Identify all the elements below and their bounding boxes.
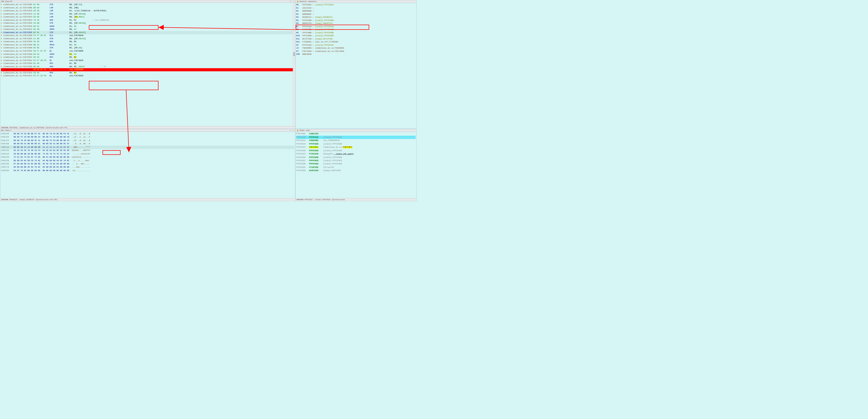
disasm-line[interactable]: ● libmetasec_ml.so:F357C9E2 20 46 MOV R0… — [1, 56, 294, 59]
disasm-line[interactable]: ● libmetasec_ml.so:F357C9C6 79 44 ADD R1… — [1, 19, 294, 22]
disasm-line[interactable]: ● libmetasec_ml.so:F357C9EA 0D A8 ADD R0… — [1, 65, 294, 68]
lock-icon: 🔒 — [297, 1, 299, 2]
disasm-line[interactable]: ● libmetasec_ml.so:F357C9BC 01 90 STR R0… — [1, 3, 294, 6]
hex-row[interactable]: C6AE270 04 00 00 00 48 65 7A AC 95 00 00… — [1, 166, 294, 169]
register-row[interactable]: R12 F725D5DC ↳ libc.so:off_F725D5DC — [296, 40, 415, 44]
disasm-line[interactable]: ● libmetasec_ml.so:F357C9C0 38 49 LDR R1… — [1, 9, 294, 12]
hex-row[interactable]: C6AE200 00 00 90 41 00 00 90 41 00 00 58… — [1, 142, 294, 145]
ida-window-controls[interactable]: □ ▫ × — [290, 1, 294, 2]
highlight-box-adds-mov — [89, 81, 158, 90]
hex-row[interactable]: C6AE250 80 8B 69 AC D0 F0 76 AC 04 00 00… — [1, 159, 294, 162]
stack-list[interactable]: FFFCFA0CC1B2C1E9FFFCFA10FFFCFA18[stack]:… — [296, 132, 416, 173]
register-row[interactable]: LR F35D66B3 ↳ libmetasec_ml.so:F35D66B3 — [296, 47, 415, 50]
hex-row[interactable]: C6AE1D0 00 00 76 43 00 00 FC 42 00 80 7A… — [1, 132, 294, 135]
register-row[interactable]: R0 FFFCFA54 ↳ [stack]:FFFCFA54 — [296, 3, 415, 6]
disasm-line[interactable]: ● libmetasec_ml.so:F357C9C4 E0 68 LDR R0… — [1, 15, 294, 19]
hex-title: Hex View-1 — [1, 129, 11, 131]
disasm-line[interactable]: ● libmetasec_ml.so:F357C9E0 04 34 ADDS R… — [1, 53, 294, 56]
stack-row[interactable]: FFFCFA14F35D66B3sub_F35D66A8+B — [296, 139, 415, 142]
disasm-line[interactable]: ● libmetasec_ml.so:F357C9C2 12 90 STR R0… — [1, 12, 294, 16]
register-row[interactable]: PSR 000F0030 — [296, 53, 415, 56]
regs-title-bar: 🔒 General registers — [296, 0, 416, 3]
hex-row[interactable]: C6AE1F0 00 80 7A 43 00 00 9C 41 00 00 76… — [1, 139, 294, 142]
disasm-line[interactable]: ● libmetasec_ml.so:F357C9E4 FC F7 20 F8 … — [1, 59, 294, 62]
register-row[interactable]: R6 AB5AF2F0 ↳ [heap]:AB5AF2F0 — [296, 22, 415, 25]
disasm-line[interactable]: ● libmetasec_ml.so:F357C9F2 FC F7 19 F8 … — [1, 74, 294, 77]
stack-row[interactable]: FFFCFA24F7261E40debug124:__stack_chk_gua… — [296, 152, 415, 156]
hex-dump[interactable]: C6AE1D0 00 00 76 43 00 00 FC 42 00 80 7A… — [0, 132, 295, 173]
register-row[interactable]: R3 00000002 ↳ — [296, 12, 415, 16]
stack-row[interactable]: FFFCFA10FFFCFA18[stack]:FFFCFA18 — [296, 136, 415, 139]
disasm-line[interactable]: ● libmetasec_ml.so:F357C9CC 04 30 ADDS R… — [1, 28, 294, 31]
disasm-line[interactable]: ● libmetasec_ml.so:F357C9D4 11 90 STR R0… — [1, 37, 294, 40]
disasm-line[interactable]: ● libmetasec_ml.so:F357C9D8 00 21 MOVS R… — [1, 43, 294, 47]
disasm-line[interactable]: ● libmetasec_ml.so:F357C9F0 20 46 MOV R0… — [1, 71, 294, 74]
registers-pane: 🔒 General registers R0 FFFCFA54 ↳ [stack… — [295, 0, 416, 129]
hex-row[interactable]: C6AE260 97 00 00 80 34 04 00 00 48 65 7A… — [1, 162, 294, 165]
ida-disassembly[interactable]: ● libmetasec_ml.so:F357C9BC 01 90 STR R0… — [0, 3, 295, 78]
register-row[interactable]: R1 22222232 ↳ — [296, 6, 415, 10]
stack-row[interactable]: FFFCFA1CF357C9F1libmetasec_ml.so:F357C9F… — [296, 146, 415, 149]
hex-row[interactable]: C6AE280 F0 6F 7A AC BA 00 00 00 00 00 00… — [1, 169, 294, 172]
register-row[interactable]: R5 FFFCFAD0 ↳ [stack]:FFFCFAD0 — [296, 19, 415, 22]
disasm-line[interactable]: ● libmetasec_ml.so:F357C9DA 02 95 STR R5… — [1, 46, 294, 50]
disasm-line[interactable]: ● libmetasec_ml.so:F357C9EC 59 F0 5C FE … — [1, 68, 294, 71]
stack-status-bar: UNKNOWN FFFCFA1C: [stack]:FFFCFA1C (Sync… — [296, 198, 416, 201]
disasm-line[interactable]: ● libmetasec_ml.so:F357C9BE 00 68 LDR R0… — [1, 6, 294, 10]
disasm-line[interactable]: ● libmetasec_ml.so:F357C9CA 08 31 ADDS R… — [1, 25, 294, 28]
hex-row[interactable]: C6AE210 00 00 40 41 23 00 00 00 11 11 11… — [1, 146, 294, 149]
stack-title-bar: 🔒 Stack view — [296, 129, 416, 132]
stack-row[interactable]: FFFCFA18FFFCFA88[stack]:FFFCFA88 — [296, 142, 415, 146]
hex-window-controls[interactable]: □ ▫ × — [290, 129, 294, 131]
regs-title: General registers — [300, 1, 317, 2]
ida-status-bar: UNKNOWN F357C9CE: libmetasec_ml.so:F357C… — [0, 126, 295, 129]
ida-view-pane: IDA View-PC □ ▫ × ● libmetasec_ml.so:F35… — [0, 0, 295, 129]
hex-row[interactable]: C6AE1E0 00 80 7C 43 00 00 00 43 00 00 7C… — [1, 135, 294, 138]
lock-icon: 🔒 — [297, 129, 299, 131]
stack-view-pane: 🔒 Stack view FFFCFA0CC1B2C1E9FFFCFA10FFF… — [295, 129, 416, 201]
registers-list[interactable]: R0 FFFCFA54 ↳ [stack]:FFFCFA54R1 2222223… — [296, 3, 416, 57]
stack-row[interactable]: FFFCFA0CC1B2C1E9 — [296, 132, 415, 135]
register-row[interactable]: R11 AC727F90 ↳ [heap]:AC727F90 — [296, 37, 415, 40]
hex-row[interactable]: C6AE240 72 61 6E 73 66 6F 72 6D 00 E1 00… — [1, 156, 294, 159]
stack-row[interactable]: FFFCFA28FFFCFAD0[stack]:FFFCFAD0 — [296, 156, 415, 159]
ida-title: IDA View-PC — [1, 0, 12, 2]
ida-title-bar: IDA View-PC □ ▫ × — [0, 0, 295, 3]
disasm-line[interactable]: ● libmetasec_ml.so:F357C9DC FB F7 FC FF … — [1, 50, 294, 53]
hex-view-pane: Hex View-1 □ ▫ × C6AE1D0 00 00 76 43 00 … — [0, 129, 295, 201]
register-row[interactable]: PC F357465A ↳ libmetasec_ml.so:F357465A — [296, 50, 415, 53]
register-row[interactable]: SP FFFCFA10 ↳ [stack]:FFFCFA10 — [296, 43, 415, 47]
disasm-line[interactable]: ● libmetasec_ml.so:F357C9C8 10 90 STR R0… — [1, 22, 294, 25]
disasm-line[interactable]: ● libmetasec_ml.so:F357C9D6 28 46 MOV R0… — [1, 40, 294, 43]
disasm-line[interactable]: ● libmetasec_ml.so:F357C9E8 01 46 MOV R1… — [1, 62, 294, 65]
stack-row[interactable]: FFFCFA20FFFCFA60[stack]:FFFCFA60 — [296, 149, 415, 152]
stack-row[interactable]: FFFCFA38AC6F2628[heap]:AC6F2628 — [296, 169, 415, 172]
ida-scrollbar[interactable] — [293, 3, 295, 126]
stack-row[interactable]: FFFCFA34F722F335dlfree+35 — [296, 166, 415, 169]
register-row[interactable]: R10 FFFCFAD0 ↳ [stack]:FFFCFAD0 — [296, 34, 415, 38]
stack-row[interactable]: FFFCFA30FFFCFAA8[stack]:FFFCFAA8 — [296, 162, 415, 166]
register-row[interactable]: R9 FFFCFAB0 ↳ [stack]:FFFCFAB0 — [296, 31, 415, 34]
disasm-line[interactable]: ● libmetasec_ml.so:F357C9CE 0F 91 STR R1… — [1, 31, 294, 34]
register-row[interactable]: R8 FFFCFAB8 ↳ [stack]:FFFCFAB8 — [296, 28, 415, 31]
hex-row[interactable]: C6AE220 33 33 33 33 78 48 1D F3 55 55 55… — [1, 149, 294, 152]
hex-title-bar: Hex View-1 □ ▫ × — [0, 129, 295, 132]
register-row[interactable]: R7 FFFCFA10 ↳ [stack]:FFFCFA10 — [296, 25, 415, 28]
register-row[interactable]: R2 00000000 ↳ — [296, 10, 415, 13]
hex-status-bar: UNKNOWN AC6AE21F: [heap]:AC6AE21F (Synch… — [0, 198, 295, 201]
disasm-line[interactable]: ● libmetasec_ml.so:F357C9D0 F3 F7 36 EF … — [1, 34, 294, 37]
stack-row[interactable]: FFFCFA2CFFFCFAC8[stack]:FFFCFAC8 — [296, 159, 415, 162]
stack-title: Stack view — [300, 129, 309, 131]
hex-row[interactable]: C6AE230 20 00 00 00 1B 00 00 00 74 65 78… — [1, 152, 294, 156]
register-row[interactable]: R4 AC6AE21C ↳ [heap]:AC6AE21C — [296, 16, 415, 19]
